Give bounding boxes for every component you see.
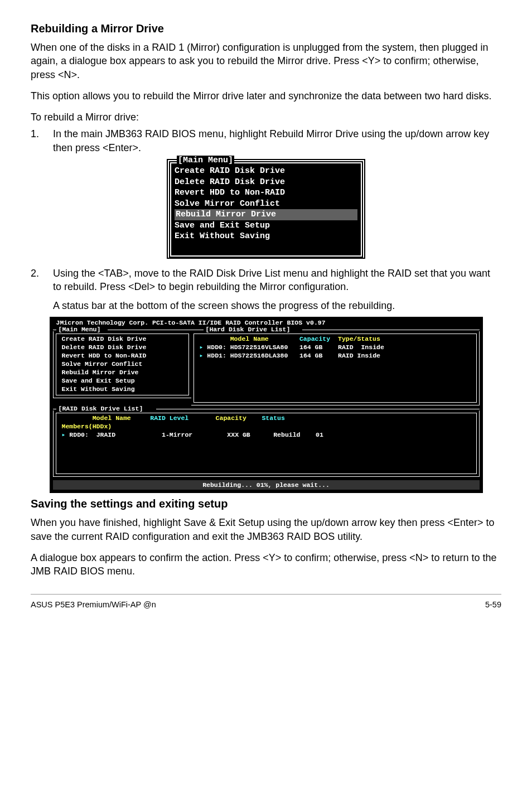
step-number: 2. bbox=[31, 267, 53, 313]
bios-hdd-list-panel: [Hard Disk Drive List] Model Name Capaci… bbox=[191, 327, 480, 405]
table-header-members: Members(HDDx) bbox=[62, 423, 471, 431]
heading-saving: Saving the settings and exiting setup bbox=[31, 497, 501, 510]
bios-menu-item[interactable]: Solve Mirror Conflict bbox=[62, 360, 183, 369]
col-status: Status bbox=[262, 414, 284, 422]
cell-level: 1-Mirror bbox=[162, 431, 192, 438]
bios-raid-legend: [RAID Disk Drive List] bbox=[57, 405, 144, 412]
bios-menu-item[interactable]: Delete RAID Disk Drive bbox=[62, 344, 183, 352]
cell-type: RAID Inside bbox=[338, 344, 384, 351]
step-list: 2. Using the <TAB>, move to the RAID Dis… bbox=[31, 267, 501, 313]
bios-status-bar: Rebuilding... 01%, please wait... bbox=[53, 480, 480, 490]
bios-menu-item[interactable]: Rebuild Mirror Drive bbox=[62, 369, 183, 377]
col-capacity: Capacity bbox=[299, 335, 330, 342]
bios-menu-item[interactable]: Exit Without Saving bbox=[62, 385, 183, 394]
bios-menu-inner: Create RAID Disk Drive Delete RAID Disk … bbox=[170, 162, 362, 257]
bios-menu-item[interactable]: Revert HDD to Non-RAID bbox=[175, 187, 357, 199]
step-number: 1. bbox=[31, 127, 53, 154]
list-item: 1. In the main JMB363 RAID BIOS menu, hi… bbox=[31, 127, 501, 154]
col-model: Model Name bbox=[230, 335, 269, 342]
bios-hdd-legend: [Hard Disk Drive List] bbox=[205, 326, 292, 333]
arrow-icon: ▸ bbox=[200, 344, 204, 351]
step-text-main: Using the <TAB>, move to the RAID Disk D… bbox=[53, 268, 490, 292]
cell-name: RDD0: JRAID bbox=[69, 431, 115, 438]
cell-cap: 164 GB bbox=[299, 344, 322, 351]
list-item: 2. Using the <TAB>, move to the RAID Dis… bbox=[31, 267, 501, 313]
paragraph: When one of the disks in a RAID 1 (Mirro… bbox=[31, 41, 501, 81]
bios-menu-item[interactable]: Save and Exit Setup bbox=[175, 220, 357, 231]
cell-dev: HDD0: bbox=[207, 344, 226, 351]
bios-menu-item[interactable]: Delete RAID Disk Drive bbox=[175, 177, 357, 188]
bios-legend: [Main Menu] bbox=[177, 156, 234, 165]
bios-menu-item[interactable]: Create RAID Disk Drive bbox=[62, 335, 183, 344]
step-text: In the main JMB363 RAID BIOS menu, highl… bbox=[53, 127, 501, 154]
bios-menu-item[interactable]: Revert HDD to Non-RAID bbox=[62, 352, 183, 360]
cell-type: RAID Inside bbox=[338, 352, 380, 359]
step-list: 1. In the main JMB363 RAID BIOS menu, hi… bbox=[31, 127, 501, 154]
step-sub-text: A status bar at the bottom of the screen… bbox=[53, 299, 501, 312]
bios-menu-item[interactable]: Create RAID Disk Drive bbox=[175, 166, 357, 177]
step-text: Using the <TAB>, move to the RAID Disk D… bbox=[53, 267, 501, 313]
footer-right: 5-59 bbox=[485, 600, 501, 609]
col-members: Members(HDDx) bbox=[62, 423, 112, 430]
bios-main-legend: [Main Menu] bbox=[57, 326, 102, 333]
bios-raid-list-panel: [RAID Disk Drive List] Model Name RAID L… bbox=[53, 407, 480, 477]
col-type: Type/Status bbox=[338, 335, 380, 342]
table-row[interactable]: ▸ RDD0: JRAID 1-Mirror XXX GB Rebuild 01 bbox=[62, 431, 471, 439]
cell-cap: 164 GB bbox=[299, 352, 322, 359]
paragraph: This option allows you to rebuild the Mi… bbox=[31, 89, 501, 103]
paragraph: When you have finished, highlight Save &… bbox=[31, 516, 501, 543]
bios-raid-screen-figure: JMicron Technology Corp. PCI-to-SATA II/… bbox=[50, 317, 483, 493]
page-footer: ASUS P5E3 Premium/WiFi-AP @n 5-59 bbox=[31, 594, 501, 609]
bios-menu-item[interactable]: Solve Mirror Conflict bbox=[175, 199, 357, 210]
table-row[interactable]: ▸ HDD0: HDS722516VLSA80 164 GB RAID Insi… bbox=[200, 344, 471, 352]
arrow-icon: ▸ bbox=[62, 431, 66, 438]
bios-menu-item[interactable]: Save and Exit Setup bbox=[62, 377, 183, 385]
col-capacity: Capacity bbox=[216, 414, 246, 422]
cell-model: HDS722516DLA380 bbox=[230, 352, 288, 359]
paragraph: A dialogue box appears to confirm the ac… bbox=[31, 551, 501, 578]
bios-menu-item[interactable]: Exit Without Saving bbox=[175, 231, 357, 242]
bios-menu-item-selected[interactable]: Rebuild Mirror Drive bbox=[175, 209, 357, 220]
cell-members: 01 bbox=[316, 431, 323, 438]
bios-fieldset: [Main Menu] Create RAID Disk Drive Delet… bbox=[168, 160, 364, 258]
table-header-row: Model Name Capacity Type/Status bbox=[200, 335, 471, 344]
bios-main-menu-figure: [Main Menu] Create RAID Disk Drive Delet… bbox=[167, 159, 365, 259]
paragraph: To rebuild a Mirror drive: bbox=[31, 110, 501, 124]
table-header-row: Model Name RAID Level Capacity Status bbox=[62, 414, 471, 423]
col-level: RAID Level bbox=[150, 414, 188, 422]
arrow-icon: ▸ bbox=[200, 352, 204, 359]
table-row[interactable]: ▸ HDD1: HDS722516DLA380 164 GB RAID Insi… bbox=[200, 352, 471, 360]
cell-model: HDS722516VLSA80 bbox=[230, 344, 288, 351]
footer-left: ASUS P5E3 Premium/WiFi-AP @n bbox=[31, 600, 156, 609]
bios-main-menu-panel: [Main Menu] Create RAID Disk Drive Delet… bbox=[53, 327, 191, 405]
col-model: Model Name bbox=[93, 414, 131, 422]
cell-cap: XXX GB bbox=[227, 431, 250, 438]
cell-dev: HDD1: bbox=[207, 352, 226, 359]
heading-rebuild: Rebuilding a Mirror Drive bbox=[31, 22, 501, 35]
cell-status: Rebuild bbox=[273, 431, 300, 438]
